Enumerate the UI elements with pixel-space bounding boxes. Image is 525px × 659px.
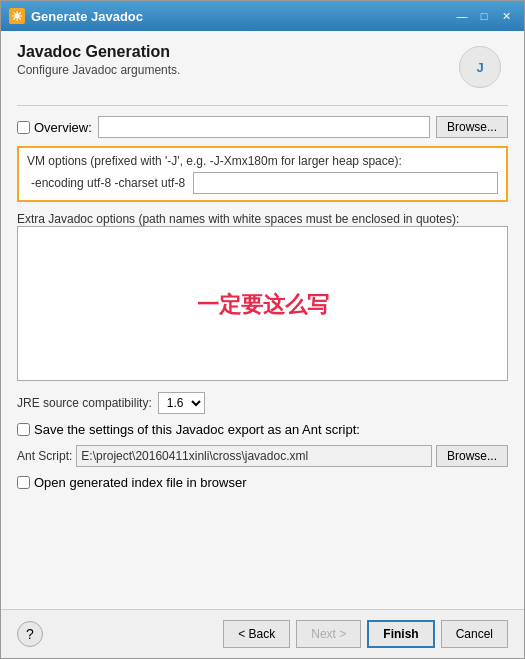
header-text: Javadoc Generation Configure Javadoc arg… [17,43,456,77]
cancel-button[interactable]: Cancel [441,620,508,648]
help-button[interactable]: ? [17,621,43,647]
ant-browse-button[interactable]: Browse... [436,445,508,467]
extra-textarea[interactable] [17,226,508,381]
ant-input[interactable] [76,445,432,467]
bottom-left: ? [17,621,43,647]
extra-label: Extra Javadoc options (path names with w… [17,212,508,226]
ant-checkbox-label[interactable]: Save the settings of this Javadoc export… [17,422,360,437]
title-bar: ☀ Generate Javadoc — □ ✕ [1,1,524,31]
header-title: Javadoc Generation [17,43,456,61]
next-button[interactable]: Next > [296,620,361,648]
overview-browse-button[interactable]: Browse... [436,116,508,138]
ant-row: Ant Script: Browse... [17,445,508,467]
extra-section: Extra Javadoc options (path names with w… [17,210,508,384]
overview-label: Overview: [34,120,92,135]
open-browser-label[interactable]: Open generated index file in browser [17,475,246,490]
jre-label: JRE source compatibility: [17,396,152,410]
header-logo: J [456,43,504,91]
title-bar-left: ☀ Generate Javadoc [9,8,143,24]
header-subtitle: Configure Javadoc arguments. [17,63,456,77]
window-icon: ☀ [9,8,25,24]
vm-options-input[interactable] [193,172,498,194]
header-divider [17,105,508,106]
minimize-button[interactable]: — [452,7,472,25]
back-button[interactable]: < Back [223,620,290,648]
extra-textarea-container: 一定要这么写 [17,226,508,384]
finish-button[interactable]: Finish [367,620,434,648]
vm-options-label: VM options (prefixed with '-J', e.g. -J-… [27,154,498,168]
open-browser-text: Open generated index file in browser [34,475,246,490]
title-bar-controls: — □ ✕ [452,7,516,25]
bottom-bar: ? < Back Next > Finish Cancel [1,609,524,658]
open-browser-checkbox[interactable] [17,476,30,489]
vm-value-text: -encoding utf-8 -charset utf-8 [27,174,189,192]
ant-label: Ant Script: [17,449,72,463]
window-title: Generate Javadoc [31,9,143,24]
main-window: ☀ Generate Javadoc — □ ✕ Javadoc Generat… [0,0,525,659]
maximize-button[interactable]: □ [474,7,494,25]
overview-input[interactable] [98,116,430,138]
javadoc-logo: J [459,46,501,88]
overview-checkbox[interactable] [17,121,30,134]
content-area: Javadoc Generation Configure Javadoc arg… [1,31,524,609]
ant-checkbox-row: Save the settings of this Javadoc export… [17,422,508,437]
vm-options-section: VM options (prefixed with '-J', e.g. -J-… [17,146,508,202]
jre-select[interactable]: 1.6 1.7 1.8 [158,392,205,414]
bottom-right: < Back Next > Finish Cancel [223,620,508,648]
close-button[interactable]: ✕ [496,7,516,25]
overview-row: Overview: Browse... [17,116,508,138]
open-browser-row: Open generated index file in browser [17,475,508,490]
overview-checkbox-label[interactable]: Overview: [17,120,92,135]
header-section: Javadoc Generation Configure Javadoc arg… [17,43,508,91]
jre-row: JRE source compatibility: 1.6 1.7 1.8 [17,392,508,414]
ant-checkbox-text: Save the settings of this Javadoc export… [34,422,360,437]
vm-value-row: -encoding utf-8 -charset utf-8 [27,172,498,194]
ant-checkbox[interactable] [17,423,30,436]
